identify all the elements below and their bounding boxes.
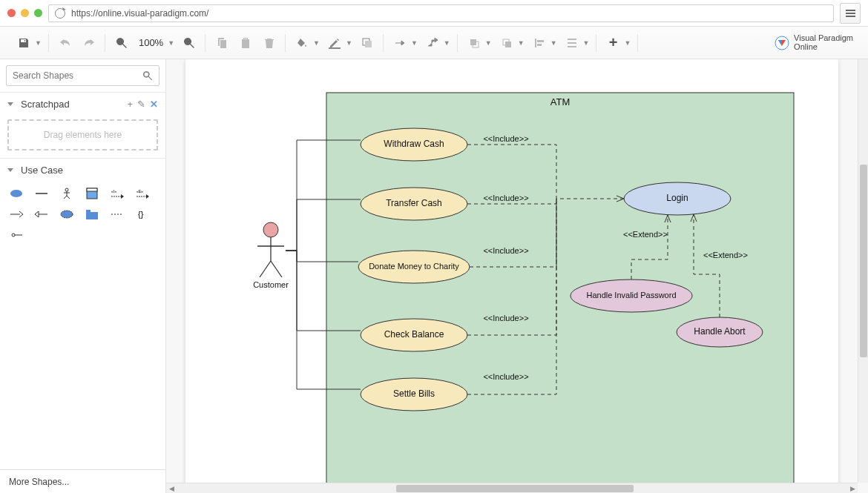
horizontal-scrollbar[interactable]: ◀ ▶: [166, 483, 858, 493]
palette-generalization-shape[interactable]: [31, 206, 52, 222]
maximize-window[interactable]: [34, 9, 42, 17]
search-shapes-box[interactable]: [6, 65, 160, 86]
zoom-out-button[interactable]: [113, 34, 131, 52]
svg-text:Check Balance: Check Balance: [384, 329, 444, 340]
svg-rect-24: [86, 210, 91, 212]
to-front-button[interactable]: [465, 34, 483, 52]
window-controls: [7, 9, 42, 17]
usecase-section-header[interactable]: Use Case: [0, 159, 165, 181]
connector-style-button[interactable]: [391, 34, 409, 52]
more-shapes-button[interactable]: More Shapes...: [0, 469, 165, 493]
svg-point-30: [263, 222, 278, 237]
horizontal-scroll-thumb[interactable]: [396, 485, 634, 492]
copy-button[interactable]: [213, 34, 231, 52]
svg-line-33: [260, 261, 271, 277]
svg-point-28: [12, 234, 15, 236]
more-shapes-label: More Shapes...: [9, 477, 69, 487]
line-color-button[interactable]: [326, 34, 343, 52]
align-button[interactable]: [530, 34, 548, 52]
svg-text:«E»: «E»: [137, 189, 143, 193]
palette-ellipse-shape[interactable]: [6, 185, 27, 202]
actor-customer[interactable]: Customer: [253, 222, 289, 289]
vertical-scroll-thumb[interactable]: [860, 165, 867, 357]
svg-text:Handle Invalid Password: Handle Invalid Password: [586, 291, 676, 300]
brand-subtitle: Online: [794, 43, 853, 52]
paste-button[interactable]: [237, 34, 254, 52]
scratchpad-close-icon[interactable]: ✕: [150, 99, 158, 110]
palette-collab-shape[interactable]: [56, 206, 77, 222]
brand-logo[interactable]: Visual ParadigmOnline: [775, 34, 861, 51]
usecase-transfer[interactable]: Transfer Cash: [361, 188, 467, 220]
waypoint-style-button[interactable]: [424, 34, 441, 52]
close-window[interactable]: [7, 9, 16, 17]
minimize-window[interactable]: [21, 9, 29, 17]
sidebar: Scratchpad + ✎ ✕ Drag elements here Use …: [0, 59, 166, 493]
svg-text:<<Include>>: <<Include>>: [483, 372, 528, 381]
scratchpad-dropzone[interactable]: Drag elements here: [7, 119, 158, 150]
palette-include-shape[interactable]: «I»: [107, 185, 128, 202]
line-dropdown[interactable]: ▼: [346, 39, 352, 47]
palette-actor-shape[interactable]: [56, 185, 77, 202]
canvas-area[interactable]: ATM Customer Withdraw Cash: [166, 59, 868, 493]
svg-text:<<Include>>: <<Include>>: [483, 246, 528, 255]
diagram-page[interactable]: ATM Customer Withdraw Cash: [185, 59, 838, 493]
palette-package-shape[interactable]: [82, 206, 102, 222]
palette-system-shape[interactable]: [82, 185, 102, 202]
usecase-withdraw[interactable]: Withdraw Cash: [361, 128, 467, 161]
scratchpad-edit-icon[interactable]: ✎: [137, 99, 145, 110]
scratchpad-header[interactable]: Scratchpad + ✎ ✕: [0, 93, 165, 115]
fill-dropdown[interactable]: ▼: [313, 39, 320, 47]
scroll-right-icon[interactable]: ▶: [847, 483, 858, 493]
zoom-dropdown[interactable]: ▼: [168, 39, 174, 47]
palette-dependency-shape[interactable]: [6, 206, 27, 222]
add-dropdown[interactable]: ▼: [624, 39, 631, 47]
search-input[interactable]: [13, 70, 142, 81]
align-dropdown[interactable]: ▼: [550, 39, 557, 47]
usecase-donate[interactable]: Donate Money to Charity: [358, 251, 470, 283]
save-dropdown[interactable]: ▼: [35, 39, 42, 47]
shadow-button[interactable]: [358, 34, 376, 52]
usecase-invalid-password[interactable]: Handle Invalid Password: [571, 279, 692, 312]
connector-dropdown[interactable]: ▼: [411, 39, 418, 47]
svg-text:Withdraw Cash: Withdraw Cash: [384, 139, 444, 149]
palette-dashline-shape[interactable]: [107, 206, 128, 222]
redo-button[interactable]: [80, 34, 98, 52]
svg-text:Handle Abort: Handle Abort: [694, 326, 746, 337]
palette-constraint-shape[interactable]: {}: [132, 206, 153, 222]
zoom-in-button[interactable]: [180, 34, 198, 52]
url-bar[interactable]: https://online.visual-paradigm.com/: [48, 4, 834, 22]
palette-extend-shape[interactable]: «E»: [132, 185, 153, 202]
to-back-button[interactable]: [498, 34, 516, 52]
palette-anchor-shape[interactable]: [6, 227, 27, 243]
reload-icon[interactable]: [55, 8, 65, 19]
use-case-diagram: ATM Customer Withdraw Cash: [185, 59, 838, 493]
add-button[interactable]: +: [604, 34, 622, 52]
vertical-scrollbar[interactable]: [858, 59, 868, 483]
undo-button[interactable]: [56, 34, 74, 52]
svg-text:Settle Bills: Settle Bills: [393, 388, 435, 399]
distribute-button[interactable]: [563, 34, 581, 52]
usecase-handle-abort[interactable]: Handle Abort: [677, 317, 763, 347]
url-text: https://online.visual-paradigm.com/: [71, 8, 208, 19]
usecase-balance[interactable]: Check Balance: [361, 319, 467, 351]
front-dropdown[interactable]: ▼: [485, 39, 492, 47]
zoom-level[interactable]: 100%: [137, 37, 165, 48]
svg-text:Transfer Cash: Transfer Cash: [386, 198, 442, 208]
scratchpad-label: Scratchpad: [21, 99, 70, 110]
distribute-dropdown[interactable]: ▼: [583, 39, 590, 47]
usecase-bills[interactable]: Settle Bills: [361, 378, 467, 411]
scratchpad-add-icon[interactable]: +: [127, 99, 133, 110]
scroll-left-icon[interactable]: ◀: [166, 483, 177, 493]
hamburger-menu[interactable]: [840, 3, 861, 24]
delete-button[interactable]: [260, 34, 278, 52]
search-icon[interactable]: [142, 70, 153, 81]
save-button[interactable]: [15, 34, 33, 52]
toolbar: ▼ 100% ▼ ▼ ▼: [0, 27, 868, 59]
svg-text:Donate Money to Charity: Donate Money to Charity: [369, 262, 459, 271]
fill-color-button[interactable]: [293, 34, 311, 52]
usecase-login[interactable]: Login: [624, 182, 731, 215]
svg-text:<<Include>>: <<Include>>: [483, 314, 528, 322]
back-dropdown[interactable]: ▼: [518, 39, 525, 47]
palette-line-shape[interactable]: [31, 185, 52, 202]
waypoint-dropdown[interactable]: ▼: [444, 39, 450, 47]
